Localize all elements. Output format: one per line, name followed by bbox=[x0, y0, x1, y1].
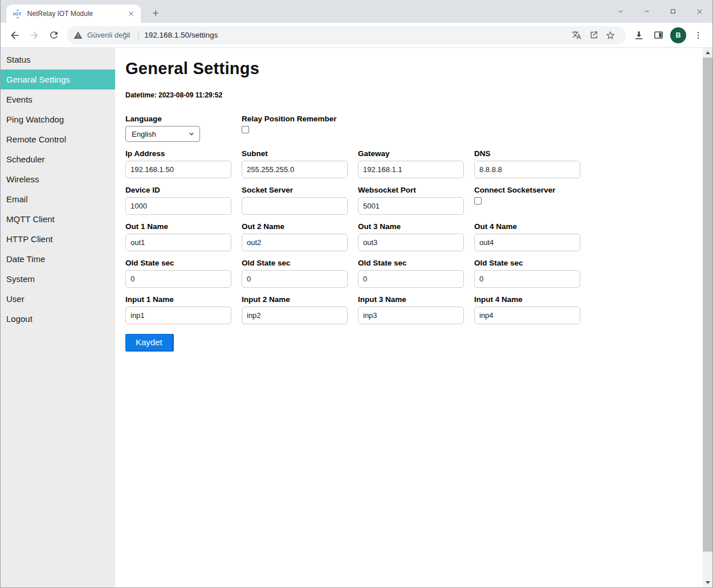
ip-address-label: Ip Address bbox=[125, 149, 231, 158]
input2-name-field[interactable] bbox=[242, 307, 348, 324]
sidebar-item-events[interactable]: Events bbox=[1, 89, 115, 109]
security-label[interactable]: Güvenli değil bbox=[87, 31, 130, 39]
datetime-text: Datetime: 2023-08-09 11:29:52 bbox=[125, 91, 703, 99]
sidebar: StatusGenaral SettingsEventsPing Watchdo… bbox=[1, 48, 115, 587]
sidebar-item-status[interactable]: Status bbox=[1, 50, 115, 70]
out4-name-label: Out 4 Name bbox=[474, 222, 580, 231]
language-selected-value: English bbox=[132, 130, 188, 138]
subnet-field[interactable] bbox=[242, 161, 348, 178]
input1-name-field[interactable] bbox=[125, 307, 231, 324]
sidebar-item-wireless[interactable]: Wireless bbox=[1, 169, 115, 189]
forward-icon[interactable] bbox=[25, 26, 44, 45]
old-state4-label: Old State sec bbox=[474, 259, 580, 267]
out2-name-label: Out 2 Name bbox=[242, 222, 348, 231]
socket-server-label: Socket Server bbox=[242, 186, 348, 194]
language-select[interactable]: English bbox=[125, 126, 200, 142]
old-state1-label: Old State sec bbox=[125, 259, 231, 267]
tab-strip: IOT NetRelay IOT Module bbox=[1, 0, 712, 23]
dns-field[interactable] bbox=[474, 161, 580, 178]
scrollbar-thumb[interactable] bbox=[703, 58, 712, 552]
address-bar[interactable]: Güvenli değil 192.168.1.50/settings bbox=[67, 26, 626, 44]
sidebar-item-ping-watchdog[interactable]: Ping Watchdog bbox=[1, 109, 115, 129]
back-icon[interactable] bbox=[5, 26, 25, 45]
download-icon[interactable] bbox=[629, 26, 649, 45]
minimize-icon[interactable] bbox=[634, 0, 660, 23]
kebab-menu-icon[interactable] bbox=[688, 26, 708, 45]
share-icon[interactable] bbox=[585, 27, 602, 44]
vertical-scrollbar bbox=[703, 48, 712, 587]
connect-socketserver-checkbox[interactable] bbox=[474, 197, 482, 205]
input3-name-label: Input 3 Name bbox=[358, 295, 464, 304]
relay-remember-checkbox[interactable] bbox=[242, 126, 249, 133]
device-id-field[interactable] bbox=[125, 197, 231, 215]
sidebar-item-user[interactable]: User bbox=[1, 289, 115, 309]
translate-icon[interactable] bbox=[568, 27, 585, 44]
sidebar-item-logout[interactable]: Logout bbox=[1, 309, 115, 329]
old-state1-field[interactable] bbox=[125, 270, 231, 288]
save-button[interactable]: Kaydet bbox=[125, 334, 174, 352]
sidebar-item-http-client[interactable]: HTTP Client bbox=[1, 229, 115, 249]
out1-name-field[interactable] bbox=[125, 234, 231, 251]
dns-label: DNS bbox=[474, 149, 580, 158]
tab-title: NetRelay IOT Module bbox=[27, 10, 126, 18]
out1-name-label: Out 1 Name bbox=[125, 222, 231, 231]
language-label: Language bbox=[125, 115, 231, 123]
gateway-label: Gateway bbox=[358, 149, 464, 158]
websocket-port-label: Websocket Port bbox=[358, 186, 464, 194]
browser-tab[interactable]: IOT NetRelay IOT Module bbox=[6, 5, 141, 23]
main-content: General Settings Datetime: 2023-08-09 11… bbox=[115, 48, 703, 587]
subnet-label: Subnet bbox=[242, 149, 348, 158]
input3-name-field[interactable] bbox=[358, 307, 464, 324]
input4-name-field[interactable] bbox=[474, 307, 580, 324]
old-state2-label: Old State sec bbox=[242, 259, 348, 267]
device-id-label: Device ID bbox=[125, 186, 231, 194]
input1-name-label: Input 1 Name bbox=[125, 295, 231, 304]
sidebar-item-genaral-settings[interactable]: Genaral Settings bbox=[1, 70, 115, 89]
bookmark-star-icon[interactable] bbox=[602, 27, 619, 44]
socket-server-field[interactable] bbox=[242, 197, 348, 215]
sidebar-item-email[interactable]: Email bbox=[1, 189, 115, 209]
sidebar-item-remote-control[interactable]: Remote Control bbox=[1, 129, 115, 149]
chevron-down-icon[interactable] bbox=[608, 0, 634, 23]
out3-name-label: Out 3 Name bbox=[358, 222, 464, 231]
favicon-icon: IOT bbox=[12, 10, 23, 18]
url-text[interactable]: 192.168.1.50/settings bbox=[144, 31, 568, 39]
scroll-up-arrow-icon[interactable] bbox=[703, 48, 712, 58]
scroll-down-arrow-icon[interactable] bbox=[703, 578, 712, 587]
input2-name-label: Input 2 Name bbox=[242, 295, 348, 304]
new-tab-button[interactable] bbox=[148, 5, 164, 21]
out4-name-field[interactable] bbox=[474, 234, 580, 251]
side-panel-icon[interactable] bbox=[649, 26, 668, 45]
chevron-down-icon bbox=[188, 130, 195, 137]
input4-name-label: Input 4 Name bbox=[474, 295, 580, 304]
out3-name-field[interactable] bbox=[358, 234, 464, 251]
ip-address-field[interactable] bbox=[125, 161, 231, 178]
avatar[interactable]: B bbox=[670, 27, 686, 43]
settings-form: Language English Relay Position Remember… bbox=[125, 115, 703, 352]
sidebar-item-scheduler[interactable]: Scheduler bbox=[1, 149, 115, 169]
reload-icon[interactable] bbox=[44, 26, 63, 45]
sidebar-item-mqtt-client[interactable]: MQTT Client bbox=[1, 209, 115, 229]
close-window-icon[interactable] bbox=[686, 0, 712, 23]
old-state4-field[interactable] bbox=[474, 270, 580, 288]
omnibox-divider bbox=[138, 31, 138, 40]
connect-socketserver-label: Connect Socketserver bbox=[474, 186, 556, 194]
maximize-icon[interactable] bbox=[660, 0, 686, 23]
relay-remember-label: Relay Position Remember bbox=[242, 115, 337, 123]
out2-name-field[interactable] bbox=[242, 234, 348, 251]
old-state3-field[interactable] bbox=[358, 270, 464, 288]
browser-toolbar: Güvenli değil 192.168.1.50/settings B bbox=[1, 23, 712, 48]
sidebar-item-date-time[interactable]: Date Time bbox=[1, 249, 115, 269]
old-state2-field[interactable] bbox=[242, 270, 348, 288]
page-body: StatusGenaral SettingsEventsPing Watchdo… bbox=[1, 48, 712, 587]
websocket-port-field[interactable] bbox=[358, 197, 464, 215]
window-controls bbox=[608, 0, 712, 23]
gateway-field[interactable] bbox=[358, 161, 464, 178]
tab-close-icon[interactable] bbox=[126, 9, 136, 19]
old-state3-label: Old State sec bbox=[358, 259, 464, 267]
warning-icon bbox=[74, 31, 83, 40]
browser-window: IOT NetRelay IOT Module bbox=[0, 0, 713, 588]
sidebar-item-system[interactable]: System bbox=[1, 269, 115, 289]
page-title: General Settings bbox=[125, 59, 703, 78]
